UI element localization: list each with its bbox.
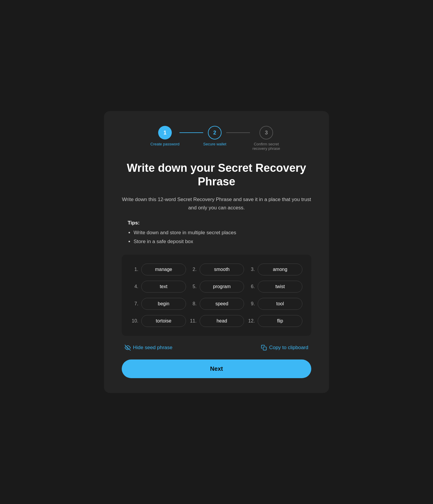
hide-seed-phrase-label: Hide seed phrase [133,345,172,351]
seed-number-1: 1. [131,267,138,272]
seed-number-5: 5. [189,284,197,289]
seed-item-10: 10.tortoise [131,315,186,327]
seed-item-1: 1.manage [131,264,186,275]
seed-number-12: 12. [247,318,255,324]
seed-number-9: 9. [247,301,255,306]
seed-number-3: 3. [247,267,255,272]
seed-item-9: 9.tool [247,298,302,310]
seed-number-4: 4. [131,284,138,289]
seed-item-8: 8.speed [189,298,244,310]
seed-item-6: 6.twist [247,281,302,293]
step-1: 1 Create password [150,126,179,146]
actions-row: Hide seed phrase Copy to clipboard [122,345,311,351]
next-button[interactable]: Next [122,359,311,378]
step-2-label: Secure wallet [203,142,226,146]
main-card: 1 Create password 2 Secure wallet 3 Conf… [104,111,329,393]
hide-seed-phrase-button[interactable]: Hide seed phrase [125,345,172,351]
seed-word-1: manage [141,264,186,275]
connector-1 [179,132,203,133]
seed-word-2: smooth [200,264,244,275]
step-3-circle: 3 [259,126,273,139]
seed-item-7: 7.begin [131,298,186,310]
seed-word-3: among [258,264,302,275]
seed-item-12: 12.flip [247,315,302,327]
seed-number-11: 11. [189,318,197,324]
seed-number-10: 10. [131,318,138,324]
tips-section: Tips: Write down and store in multiple s… [122,220,311,246]
copy-to-clipboard-label: Copy to clipboard [269,345,308,351]
seed-word-12: flip [258,315,302,327]
step-1-circle: 1 [158,126,172,139]
tips-list: Write down and store in multiple secret … [128,228,311,246]
step-2-circle: 2 [208,126,222,139]
seed-word-10: tortoise [141,315,186,327]
seed-grid-container: 1.manage2.smooth3.among4.text5.program6.… [122,255,311,336]
seed-word-9: tool [258,298,302,310]
seed-number-2: 2. [189,267,197,272]
step-1-label: Create password [150,142,179,146]
step-3-label: Confirm secret recovery phrase [250,142,283,151]
seed-item-11: 11.head [189,315,244,327]
step-3: 3 Confirm secret recovery phrase [250,126,283,151]
seed-item-5: 5.program [189,281,244,293]
seed-item-3: 3.among [247,264,302,275]
seed-word-6: twist [258,281,302,293]
seed-number-6: 6. [247,284,255,289]
seed-item-4: 4.text [131,281,186,293]
seed-word-5: program [200,281,244,293]
stepper: 1 Create password 2 Secure wallet 3 Conf… [122,126,311,151]
seed-number-8: 8. [189,301,197,306]
copy-icon [261,345,267,351]
seed-item-2: 2.smooth [189,264,244,275]
seed-word-7: begin [141,298,186,310]
copy-to-clipboard-button[interactable]: Copy to clipboard [261,345,308,351]
tip-item-1: Write down and store in multiple secret … [134,228,311,237]
connector-2 [226,132,250,133]
hide-icon [125,345,131,351]
step-2: 2 Secure wallet [203,126,226,146]
seed-grid: 1.manage2.smooth3.among4.text5.program6.… [131,264,302,327]
tips-heading: Tips: [128,220,311,226]
page-title: Write down your Secret Recovery Phrase [122,161,311,188]
seed-word-11: head [200,315,244,327]
page-subtitle: Write down this 12-word Secret Recovery … [122,195,311,211]
seed-word-4: text [141,281,186,293]
seed-word-8: speed [200,298,244,310]
svg-rect-0 [263,347,266,350]
seed-number-7: 7. [131,301,138,306]
tip-item-2: Store in a safe deposit box [134,237,311,246]
